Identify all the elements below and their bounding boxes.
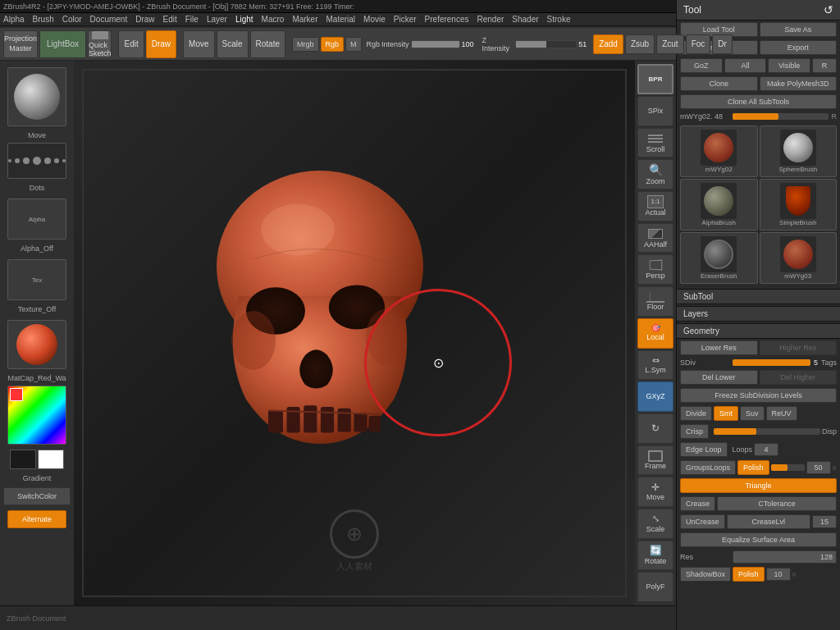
menu-brush[interactable]: Brush	[33, 15, 54, 24]
menu-material[interactable]: Material	[326, 15, 356, 24]
creaselvl-value[interactable]: 15	[812, 515, 837, 528]
aahalf-btn[interactable]: AAHalf	[637, 223, 673, 253]
rotate-btn[interactable]: Rotate	[250, 30, 285, 58]
goz-btn[interactable]: GoZ	[680, 58, 723, 73]
rgb-intensity-bar[interactable]	[411, 40, 460, 48]
bpr-btn[interactable]: BPR	[637, 64, 673, 94]
equalize-btn[interactable]: Equalize Surface Area	[680, 532, 837, 547]
shadowbox-btn[interactable]: ShadowBox	[680, 567, 731, 582]
brush-mwyg02[interactable]: mWYg02	[680, 126, 758, 177]
m-btn[interactable]: M	[345, 37, 362, 52]
crisp-btn[interactable]: Crisp	[680, 424, 709, 439]
mwyg-slider[interactable]	[733, 113, 829, 120]
scale-view-btn[interactable]: ⤡ Scale	[637, 509, 673, 539]
gxyz-btn[interactable]: GXyZ	[637, 381, 673, 412]
polish2-value[interactable]: 10	[766, 568, 791, 581]
polish-slider[interactable]	[771, 464, 805, 471]
del-lower-btn[interactable]: Del Lower	[680, 370, 758, 385]
color-picker[interactable]	[7, 386, 66, 445]
menu-stroke[interactable]: Stroke	[547, 15, 571, 24]
alternate-btn[interactable]: Alternate	[7, 510, 66, 528]
res-value[interactable]: 128	[733, 550, 837, 564]
rotate-obj-btn[interactable]: 🔄 Rotate	[637, 541, 673, 571]
brush-alpha[interactable]: AlphaBrush	[680, 179, 758, 231]
menu-picker[interactable]: Picker	[394, 15, 417, 24]
all-btn[interactable]: All	[724, 58, 767, 73]
menu-movie[interactable]: Movie	[363, 15, 386, 24]
lightbox-btn[interactable]: LightBox	[39, 30, 86, 58]
menu-alpha[interactable]: Alpha	[3, 15, 25, 24]
texture-preview[interactable]: Tex	[7, 259, 66, 300]
rotate-view-btn[interactable]: ↻	[637, 413, 673, 444]
menu-marker[interactable]: Marker	[292, 15, 317, 24]
polish2-btn[interactable]: Polish	[733, 567, 765, 582]
alpha-preview[interactable]: Alpha	[7, 199, 66, 240]
menu-document[interactable]: Document	[90, 15, 128, 24]
menu-shader[interactable]: Shader	[512, 15, 538, 24]
menu-color[interactable]: Color	[62, 15, 82, 24]
polyf-btn[interactable]: PolyF	[637, 572, 673, 602]
matcap-preview[interactable]	[7, 320, 66, 369]
uncrease-btn[interactable]: UnCrease	[680, 514, 725, 529]
brush-simple[interactable]: SimpleBrush	[760, 179, 838, 231]
mrgb-btn[interactable]: Mrgb	[292, 37, 319, 52]
move-btn[interactable]: Move	[183, 30, 214, 58]
polish-btn[interactable]: Polish	[737, 460, 769, 475]
menu-preferences[interactable]: Preferences	[425, 15, 469, 24]
polish-value[interactable]: 50	[806, 461, 831, 474]
brush-eraser[interactable]: EraserBrush	[680, 232, 758, 284]
zadd-btn[interactable]: Zadd	[593, 34, 623, 54]
draw-btn[interactable]: Draw	[146, 30, 176, 58]
scroll-btn[interactable]: Scroll	[637, 128, 673, 158]
panel-refresh-btn[interactable]: ↺	[824, 3, 833, 16]
local-btn[interactable]: 🎯 Local	[637, 318, 673, 349]
menu-macro[interactable]: Macro	[262, 15, 285, 24]
spix-btn[interactable]: SPix	[637, 96, 673, 126]
floor-btn[interactable]: Floor	[637, 286, 673, 317]
switch-color-btn[interactable]: SwitchColor	[3, 487, 71, 505]
quick-sketch-btn[interactable]: Quick Sketch	[88, 30, 112, 58]
clone-all-btn[interactable]: Clone All SubTools	[680, 94, 837, 109]
brush-sphere[interactable]: SphereBrush	[760, 126, 838, 177]
zcut-btn[interactable]: Zcut	[656, 34, 683, 54]
menu-layer[interactable]: Layer	[207, 15, 227, 24]
lower-res-btn[interactable]: Lower Res	[680, 340, 758, 355]
sdiv-slider[interactable]	[733, 359, 810, 366]
scale-btn[interactable]: Scale	[217, 30, 249, 58]
persp-btn[interactable]: Persp	[637, 254, 673, 285]
divide-btn[interactable]: Divide	[680, 406, 712, 421]
clone-btn[interactable]: Clone	[680, 76, 758, 91]
actual-btn[interactable]: 1:1 Actual	[637, 191, 673, 221]
menu-render[interactable]: Render	[477, 15, 504, 24]
menu-light[interactable]: Light	[235, 15, 253, 24]
z-intensity-bar[interactable]	[515, 40, 577, 48]
higher-res-btn[interactable]: Higher Res	[760, 340, 838, 355]
loops-value[interactable]: 4	[754, 443, 778, 456]
disp-slider[interactable]	[714, 428, 820, 435]
freeze-btn[interactable]: Freeze SubDivision Levels	[680, 388, 837, 403]
visible-btn[interactable]: Visible	[768, 58, 810, 73]
smt-btn[interactable]: Smt	[714, 406, 738, 421]
ctolerance-btn[interactable]: CTolerance	[717, 496, 837, 511]
suv-btn[interactable]: Suv	[740, 406, 765, 421]
frame-btn[interactable]: Frame	[637, 445, 673, 476]
menu-edit[interactable]: Edit	[163, 15, 177, 24]
white-color-swatch[interactable]	[38, 450, 64, 469]
crease-btn[interactable]: Crease	[680, 496, 715, 511]
zoom-btn[interactable]: 🔍 Zoom	[637, 159, 673, 189]
edge-loop-btn[interactable]: Edge Loop	[680, 442, 728, 457]
projection-master-btn[interactable]: Projection Master	[3, 30, 38, 58]
del-higher-btn[interactable]: Del Higher	[760, 370, 838, 385]
menu-file[interactable]: File	[185, 15, 199, 24]
triangle-btn[interactable]: Triangle	[680, 478, 837, 493]
export-btn[interactable]: Export	[760, 40, 838, 55]
move-view-btn[interactable]: ✛ Move	[637, 477, 673, 507]
black-color-swatch[interactable]	[10, 450, 36, 469]
make-polymesh-btn[interactable]: Make PolyMesh3D	[760, 76, 838, 91]
rgb-btn[interactable]: Rgb	[321, 37, 345, 52]
menu-draw[interactable]: Draw	[135, 15, 154, 24]
r-btn[interactable]: R	[812, 58, 837, 73]
brush-mwyg03[interactable]: mWYg03	[760, 232, 838, 284]
lsym-btn[interactable]: ⇔ L.Sym	[637, 350, 673, 381]
zsub-btn[interactable]: Zsub	[625, 34, 655, 54]
